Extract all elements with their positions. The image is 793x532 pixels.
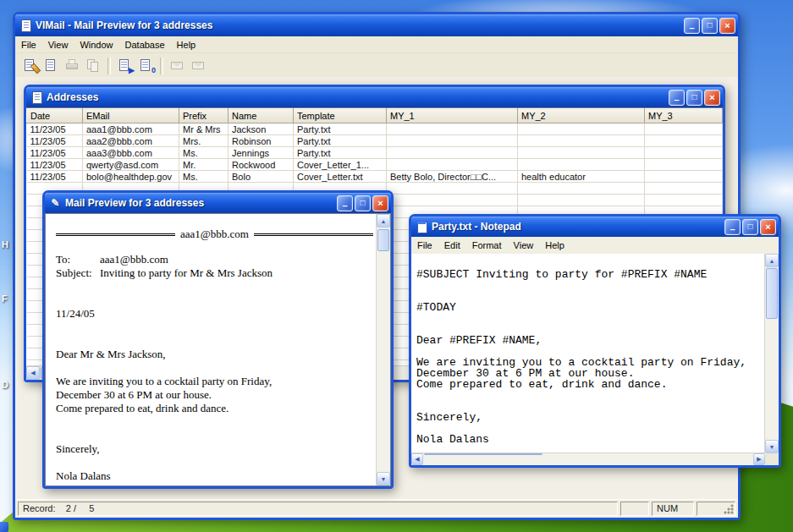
preview-maximize-button[interactable]: □ xyxy=(355,195,371,211)
notepad-menu-help[interactable]: Help xyxy=(539,239,570,252)
preview-record-button[interactable]: ▶ xyxy=(115,56,135,75)
scroll-up-button[interactable]: ▲ xyxy=(377,214,390,228)
notepad-vertical-scrollbar[interactable]: ▲ ▼ xyxy=(764,254,779,453)
notepad-title: Party.txt - Notepad xyxy=(428,221,723,233)
close-icon: × xyxy=(724,20,730,30)
menu-help[interactable]: Help xyxy=(171,38,202,52)
notepad-horizontal-scrollbar[interactable]: ◀ ▶ xyxy=(411,452,765,465)
copy-button[interactable] xyxy=(84,56,103,75)
record-indicator: Record: 2 / 5 xyxy=(18,502,618,516)
status-end-panel xyxy=(697,502,735,516)
table-row[interactable]: 11/23/05bolo@healthdep.govMs.BoloCover_L… xyxy=(27,171,723,183)
addresses-maximize-button[interactable]: □ xyxy=(686,90,702,106)
notepad-maximize-button[interactable]: □ xyxy=(742,219,758,235)
scroll-up-icon: ▲ xyxy=(769,258,775,264)
open-record-button[interactable] xyxy=(41,56,61,75)
column-header-my2[interactable]: MY_2 xyxy=(518,109,645,123)
table-row[interactable]: 11/23/05aaa3@bbb.comMs.JenningsParty.txt xyxy=(27,147,723,159)
notepad-menu-view[interactable]: View xyxy=(508,239,540,252)
new-mail-icon xyxy=(170,58,184,73)
menu-window[interactable]: Window xyxy=(74,38,118,52)
counter-icon: 0 xyxy=(139,58,153,73)
scroll-left-button[interactable]: ◀ xyxy=(26,366,40,380)
table-row[interactable]: 11/23/05aaa2@bbb.comMrs.RobinsonParty.tx… xyxy=(27,135,723,147)
notepad-menu-edit[interactable]: Edit xyxy=(438,239,466,252)
addresses-icon xyxy=(30,91,43,104)
scroll-thumb[interactable] xyxy=(424,453,542,455)
mail-preview-title: Mail Preview for 3 addresses xyxy=(62,197,335,209)
column-header-email[interactable]: EMail xyxy=(83,109,179,123)
menu-database[interactable]: Database xyxy=(119,38,171,52)
column-header-template[interactable]: Template xyxy=(294,109,387,123)
close-icon: × xyxy=(377,198,383,208)
addresses-close-button[interactable]: × xyxy=(704,90,720,106)
open-record-icon xyxy=(44,58,58,73)
resize-grip[interactable] xyxy=(723,503,734,514)
column-header-name[interactable]: Name xyxy=(229,109,294,123)
column-header-date[interactable]: Date xyxy=(27,109,83,123)
scroll-track[interactable] xyxy=(423,453,753,465)
scroll-down-button[interactable]: ▼ xyxy=(377,472,390,485)
menu-file[interactable]: File xyxy=(15,38,42,52)
addresses-minimize-button[interactable]: – xyxy=(669,90,685,106)
notepad-minimize-button[interactable]: – xyxy=(724,219,741,235)
notepad-titlebar[interactable]: Party.txt - Notepad – □ × xyxy=(411,217,779,237)
addresses-title: Addresses xyxy=(43,91,667,103)
notepad-icon xyxy=(416,221,428,233)
scroll-down-icon: ▼ xyxy=(769,444,775,450)
maximize-icon: □ xyxy=(691,92,697,101)
table-row[interactable]: 11/23/05aaa1@bbb.comMr & MrsJacksonParty… xyxy=(27,123,723,135)
scroll-down-icon: ▼ xyxy=(381,476,387,482)
desktop-icon-label-fragment[interactable]: H xyxy=(2,239,8,250)
new-mail-button[interactable] xyxy=(168,56,187,75)
counter-button[interactable]: 0 xyxy=(136,56,156,75)
table-row[interactable]: 11/23/05qwerty@asd.comMr.RockwoodCover_L… xyxy=(27,159,723,171)
desktop-icon-label-fragment[interactable]: D xyxy=(2,380,8,390)
minimize-icon: – xyxy=(689,23,694,33)
close-icon: × xyxy=(765,222,770,232)
notepad-menu-format[interactable]: Format xyxy=(466,239,508,252)
send-mail-icon xyxy=(191,58,206,73)
addresses-titlebar[interactable]: Addresses – □ × xyxy=(26,87,723,107)
scroll-thumb[interactable] xyxy=(377,229,389,251)
notepad-menu-file[interactable]: File xyxy=(411,239,438,252)
send-mail-button[interactable] xyxy=(189,56,208,75)
maximize-icon: □ xyxy=(707,20,712,30)
vimail-title: VIMail - Mail Preview for 3 addresses xyxy=(32,19,682,31)
separator-email: aaa1@bbb.com xyxy=(180,228,249,241)
preview-minimize-button[interactable]: – xyxy=(337,195,353,211)
notepad-close-button[interactable]: × xyxy=(760,219,776,235)
column-header-my1[interactable]: MY_1 xyxy=(387,109,518,123)
new-record-button[interactable] xyxy=(20,56,40,75)
new-record-icon xyxy=(23,58,37,73)
numlock-indicator: NUM xyxy=(652,502,694,516)
to-value: aaa1@bbb.com xyxy=(100,253,168,266)
print-button[interactable] xyxy=(63,56,82,75)
maximize-button[interactable]: □ xyxy=(702,18,718,34)
scroll-left-button[interactable]: ◀ xyxy=(411,453,423,465)
minimize-button[interactable]: – xyxy=(684,18,700,34)
scroll-up-button[interactable]: ▲ xyxy=(765,254,779,267)
column-header-my3[interactable]: MY_3 xyxy=(645,109,723,123)
menu-view[interactable]: View xyxy=(42,38,74,52)
scroll-right-button[interactable]: ▶ xyxy=(753,453,765,465)
preview-vertical-scrollbar[interactable]: ▲ ▼ xyxy=(376,214,390,485)
desktop-icon-fragment[interactable] xyxy=(0,522,8,532)
column-header-prefix[interactable]: Prefix xyxy=(179,109,229,123)
mail-preview-titlebar[interactable]: ✎ Mail Preview for 3 addresses – □ × xyxy=(45,193,391,213)
mail-preview-text: aaa1@bbb.com To: aaa1@bbb.com Subject: I… xyxy=(46,214,377,485)
scroll-track[interactable] xyxy=(377,228,390,472)
scroll-track[interactable] xyxy=(765,267,779,440)
close-button[interactable]: × xyxy=(719,18,735,34)
preview-close-button[interactable]: × xyxy=(372,195,388,211)
desktop-icon-label-fragment[interactable]: F xyxy=(2,293,8,304)
scroll-down-button[interactable]: ▼ xyxy=(765,440,779,453)
minimize-icon: – xyxy=(674,95,679,105)
scroll-thumb[interactable] xyxy=(766,268,778,319)
vimail-titlebar[interactable]: VIMail - Mail Preview for 3 addresses – … xyxy=(15,14,738,36)
notepad-content: #SUBJECT Inviting to party for #PREFIX #… xyxy=(411,254,779,465)
minimize-icon: – xyxy=(342,200,347,211)
notepad-window: Party.txt - Notepad – □ × File Edit Form… xyxy=(409,214,781,468)
notepad-text-area[interactable]: #SUBJECT Inviting to party for #PREFIX #… xyxy=(411,254,765,453)
subject-value: Inviting to party for Mr & Mrs Jackson xyxy=(100,266,273,280)
